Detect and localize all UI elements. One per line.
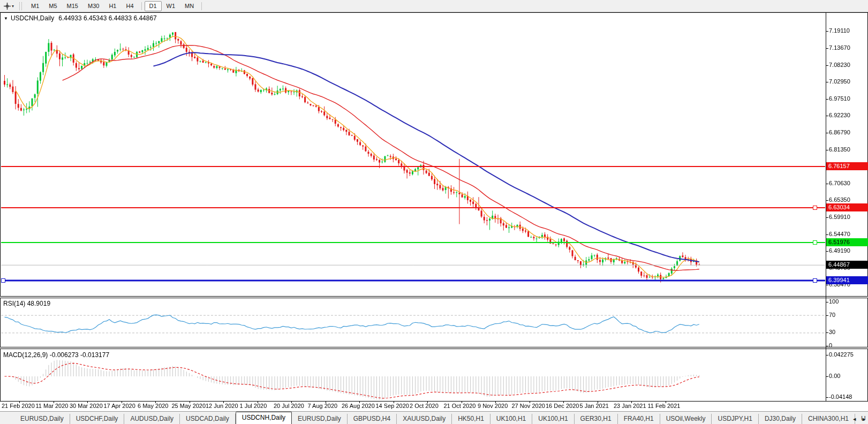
- price-axis-tick: 7.02950: [829, 78, 850, 85]
- date-axis-label: 5 Jan 2021: [580, 403, 609, 409]
- chart-collapse-icon[interactable]: ▼: [4, 16, 8, 21]
- date-axis-label: 16 Dec 2020: [546, 403, 579, 409]
- price-axis-tick: 6.54470: [829, 231, 850, 237]
- rsi-label: RSI(14) 48.9019: [3, 300, 50, 307]
- date-axis-label: 30 Mar 2020: [70, 403, 103, 409]
- tab-scroll-right-button[interactable]: ►: [862, 417, 866, 422]
- date-axis-label: 7 Aug 2020: [308, 403, 338, 409]
- chart-tab-EURUSD-Daily[interactable]: EURUSD,Daily: [292, 414, 348, 424]
- price-axis-tick: 6.86790: [829, 129, 850, 135]
- chart-title-bar: ▼ USDCNH,Daily 6.44933 6.45343 6.44833 6…: [4, 14, 157, 22]
- rsi-axis-tick: 70: [829, 312, 835, 318]
- chart-tab-AUDUSD-Daily[interactable]: AUDUSD,Daily: [124, 414, 180, 424]
- price-axis-tick: 7.13670: [829, 44, 850, 51]
- price-level-badge-6.51976: 6.51976: [826, 238, 868, 246]
- chart-tab-UK100-H1[interactable]: UK100,H1: [490, 414, 532, 424]
- chart-ohlc-values: 6.44933 6.45343 6.44833 6.44867: [58, 14, 157, 22]
- terminal-screen: ▾ M1M5M15M30H1H4D1W1MN ▼ USDCNH,Daily 6.…: [0, 0, 868, 424]
- chart-tab-GBPUSD-H4[interactable]: GBPUSD,H4: [348, 414, 397, 424]
- rsi-axis-tick: 30: [829, 329, 835, 335]
- rsi-axis-tick: 100: [829, 298, 839, 305]
- date-axis-label: 2 Oct 2020: [410, 403, 439, 409]
- price-level-badge-6.39941: 6.39941: [826, 276, 868, 284]
- chart-tab-EURUSD-Daily[interactable]: EURUSD,Daily: [14, 414, 70, 424]
- macd-label: MACD(12,26,9) -0.006273 -0.013177: [3, 351, 109, 359]
- date-axis-label: 25 May 2020: [172, 403, 206, 409]
- price-axis-tick: 7.08230: [829, 62, 850, 68]
- date-axis-label: 9 Nov 2020: [478, 403, 508, 409]
- chart-tab-USDCNH-Daily[interactable]: USDCNH,Daily: [236, 412, 292, 424]
- date-axis-label: 21 Oct 2020: [444, 403, 476, 409]
- chart-tab-HK50-H1[interactable]: HK50,H1: [452, 414, 490, 424]
- price-chart-canvas[interactable]: [0, 0, 868, 424]
- price-axis-tick: 6.65350: [829, 196, 850, 203]
- chart-symbol-label: USDCNH,Daily: [11, 14, 54, 22]
- price-axis-tick: 6.70630: [829, 180, 850, 186]
- price-axis-tick: 6.49190: [829, 247, 850, 254]
- date-axis-label: 26 Aug 2020: [342, 403, 375, 409]
- price-level-badge-6.76157: 6.76157: [826, 162, 868, 170]
- chart-tab-CHINA300-H1[interactable]: CHINA300,H1: [802, 414, 855, 424]
- macd-axis-tick: -0.04148: [829, 393, 852, 400]
- macd-axis-tick: 0.042275: [829, 351, 854, 358]
- date-axis-label: 27 Nov 2020: [512, 403, 545, 409]
- date-axis-label: 11 Mar 2020: [36, 403, 69, 409]
- price-axis-tick: 6.81350: [829, 146, 850, 153]
- price-level-badge-6.63034: 6.63034: [826, 203, 868, 211]
- date-axis-label: 21 Feb 2020: [2, 403, 35, 409]
- price-axis-tick: 6.92230: [829, 112, 850, 118]
- date-axis-label: 17 Apr 2020: [104, 403, 135, 409]
- macd-axis-tick: 0.00: [829, 373, 840, 379]
- chart-tab-USDCHF-Daily[interactable]: USDCHF,Daily: [70, 414, 125, 424]
- chart-tab-DJ30-Daily[interactable]: DJ30,Daily: [759, 414, 802, 424]
- price-axis-tick: 6.97510: [829, 95, 850, 102]
- tab-scroll-left-button[interactable]: ◄: [852, 417, 857, 422]
- chart-tab-bar: EURUSD,DailyUSDCHF,DailyAUDUSD,DailyUSDC…: [0, 411, 868, 424]
- date-axis-label: 20 Jul 2020: [274, 403, 304, 409]
- chart-tab-GER30-H1[interactable]: GER30,H1: [575, 414, 618, 424]
- chart-tab-USDCAD-Daily[interactable]: USDCAD,Daily: [180, 414, 236, 424]
- date-axis-label: 1 Jul 2020: [240, 403, 267, 409]
- tab-list: EURUSD,DailyUSDCHF,DailyAUDUSD,DailyUSDC…: [14, 412, 868, 424]
- chart-tab-USDJPY-H1[interactable]: USDJPY,H1: [712, 414, 758, 424]
- chart-tab-USOil-Weekly[interactable]: USOil,Weekly: [660, 414, 712, 424]
- price-axis-tick: 6.59910: [829, 214, 850, 220]
- rsi-axis-tick: 0: [829, 342, 832, 349]
- date-axis-label: 11 Feb 2021: [648, 403, 681, 409]
- date-axis-label: 14 Sep 2020: [376, 403, 409, 409]
- date-axis-label: 12 Jun 2020: [206, 403, 238, 409]
- date-axis-label: 6 May 2020: [138, 403, 168, 409]
- current-price-badge: 6.44867: [826, 261, 868, 269]
- date-axis-label: 23 Jan 2021: [614, 403, 646, 409]
- chart-tab-UK100-H1[interactable]: UK100,H1: [532, 414, 574, 424]
- chart-tab-XAUUSD-Daily[interactable]: XAUUSD,Daily: [397, 414, 452, 424]
- chart-tab-FRA40-H1[interactable]: FRA40,H1: [618, 414, 660, 424]
- price-axis-tick: 7.19110: [829, 27, 850, 34]
